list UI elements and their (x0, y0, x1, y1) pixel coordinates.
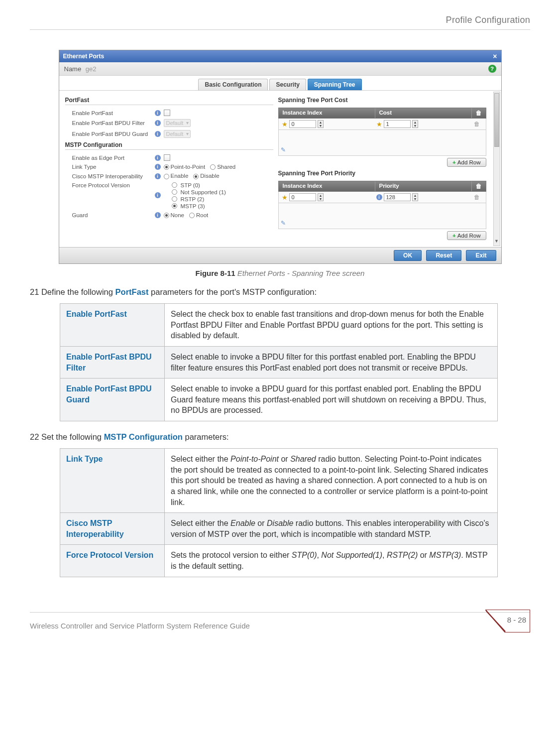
priority-value-input[interactable]: 128 (384, 193, 411, 201)
scroll-down-icon[interactable]: ▼ (494, 239, 500, 245)
trash-icon[interactable]: 🗑 (472, 108, 486, 118)
window-namebar: Name ge2 ? (59, 62, 501, 76)
pencil-icon[interactable]: ✎ (278, 220, 286, 227)
port-cost-header: Instance Index Cost 🗑 (278, 108, 486, 119)
help-icon[interactable]: ? (488, 65, 496, 73)
guard-label: Guard (72, 212, 152, 218)
trash-icon[interactable]: 🗑 (472, 181, 486, 191)
param-term: Cisco MSTP Interoperability (60, 513, 165, 545)
spinner-icon[interactable]: ▲▼ (412, 193, 419, 201)
spinner-icon[interactable]: ▲▼ (412, 120, 419, 128)
param-term: Enable PortFast BPDU Filter (60, 347, 165, 378)
force-ns-radio[interactable] (172, 189, 177, 195)
name-label: Name (64, 65, 82, 73)
portfast-parameters-table: Enable PortFast Select the check box to … (60, 303, 498, 421)
priority-col1: Instance Index (279, 181, 375, 191)
window-footer: OK Reset Exit (59, 247, 501, 263)
close-icon[interactable]: × (493, 52, 497, 60)
param-term: Link Type (60, 449, 165, 513)
bpdu-guard-select[interactable]: Default (164, 130, 191, 138)
spinner-icon[interactable]: ▲▼ (318, 120, 324, 128)
enable-portfast-checkbox[interactable] (164, 110, 170, 116)
cost-col1: Instance Index (279, 108, 375, 118)
link-type-label: Link Type (72, 164, 152, 170)
reset-button[interactable]: Reset (426, 250, 461, 261)
plus-icon: + (452, 233, 456, 239)
window-title: Ethernet Ports (63, 53, 105, 60)
link-type-shared-label: Shared (217, 164, 235, 170)
tab-security[interactable]: Security (269, 79, 306, 90)
cost-col2: Cost (375, 108, 472, 118)
force-mstp-label: MSTP (3) (181, 203, 205, 209)
scroll-thumb[interactable] (494, 93, 499, 147)
param-desc: Select either the Point-to-Point or Shar… (165, 449, 498, 513)
priority-index-input[interactable]: 0 (289, 193, 316, 201)
page-footer: Wireless Controller and Service Platform… (30, 612, 530, 635)
star-icon: ★ (376, 121, 382, 128)
pencil-icon[interactable]: ✎ (278, 146, 286, 153)
info-icon[interactable]: i (155, 110, 161, 116)
port-cost-title: Spanning Tree Port Cost (278, 97, 486, 105)
figure-caption-text: Ethernet Ports - Spanning Tree screen (237, 269, 365, 277)
bpdu-guard-label: Enable PortFast BPDU Guard (72, 131, 152, 137)
guard-none-radio[interactable] (164, 213, 169, 218)
force-stp-label: STP (0) (181, 182, 200, 188)
edge-port-checkbox[interactable] (164, 154, 170, 161)
guard-root-label: Root (196, 212, 208, 218)
force-mstp-radio[interactable] (172, 203, 177, 209)
page-number: 8 - 28 (507, 616, 526, 624)
cisco-enable-radio[interactable] (164, 174, 169, 179)
link-type-p2p-radio[interactable] (164, 164, 169, 170)
header-section: Profile Configuration (30, 15, 530, 30)
port-priority-title: Spanning Tree Port Priority (278, 170, 486, 178)
mstp-parameters-table: Link Type Select either the Point-to-Poi… (60, 448, 498, 577)
info-icon[interactable]: i (155, 173, 161, 179)
info-icon[interactable]: i (155, 212, 161, 218)
cisco-disable-radio[interactable] (193, 174, 199, 179)
tabs-row: Basic Configuration Security Spanning Tr… (59, 76, 501, 90)
bpdu-filter-label: Enable PortFast BPDU Filter (72, 120, 152, 126)
scrollbar[interactable]: ▼ (493, 92, 500, 246)
force-rstp-radio[interactable] (172, 196, 177, 202)
force-stp-radio[interactable] (172, 182, 177, 188)
cost-index-input[interactable]: 0 (289, 120, 316, 128)
spinner-icon[interactable]: ▲▼ (318, 193, 324, 201)
param-desc: Select either the Enable or Disable radi… (165, 513, 498, 545)
page-number-badge: 8 - 28 (485, 617, 530, 635)
step-22-text: 22 Set the following MSTP Configuration … (30, 431, 530, 442)
port-priority-header: Instance Index Priority 🗑 (278, 181, 486, 192)
footer-guide-title: Wireless Controller and Service Platform… (30, 622, 250, 630)
info-icon[interactable]: i (155, 192, 161, 198)
priority-row: ★ 0 ▲▼ i 128 ▲▼ 🗑 (278, 192, 486, 203)
ok-button[interactable]: OK (394, 250, 422, 261)
exit-button[interactable]: Exit (466, 250, 496, 261)
ethernet-ports-window: Ethernet Ports × Name ge2 ? Basic Config… (59, 50, 502, 264)
cost-row: ★ 0 ▲▼ ★ 1 ▲▼ 🗑 (278, 119, 486, 130)
force-rstp-label: RSTP (2) (181, 196, 205, 202)
panel-body: PortFast Enable PortFast i Enable PortFa… (59, 90, 501, 247)
tab-spanning-tree[interactable]: Spanning Tree (308, 79, 362, 90)
guard-root-radio[interactable] (189, 213, 195, 218)
figure-caption: Figure 8-11 Ethernet Ports - Spanning Tr… (30, 269, 530, 277)
window-titlebar: Ethernet Ports × (59, 50, 501, 62)
link-type-p2p-label: Point-to-Point (171, 164, 206, 170)
param-term: Enable PortFast BPDU Guard (60, 378, 165, 421)
info-icon[interactable]: i (376, 194, 382, 200)
plus-icon: + (452, 159, 456, 165)
row-trash-icon[interactable]: 🗑 (471, 121, 483, 127)
info-icon[interactable]: i (155, 131, 161, 137)
portfast-title: PortFast (65, 97, 273, 105)
bpdu-filter-select[interactable]: Default (164, 119, 191, 127)
info-icon[interactable]: i (155, 155, 161, 161)
cisco-disable-label: Disable (200, 173, 219, 179)
tab-basic-configuration[interactable]: Basic Configuration (198, 79, 268, 90)
row-trash-icon[interactable]: 🗑 (471, 194, 483, 201)
info-icon[interactable]: i (155, 120, 161, 126)
cost-value-input[interactable]: 1 (384, 120, 411, 128)
star-icon: ★ (282, 121, 288, 128)
info-icon[interactable]: i (155, 164, 161, 170)
guard-none-label: None (171, 212, 185, 218)
priority-add-row-button[interactable]: +Add Row (447, 231, 486, 240)
cost-add-row-button[interactable]: +Add Row (447, 158, 486, 167)
link-type-shared-radio[interactable] (210, 164, 216, 170)
